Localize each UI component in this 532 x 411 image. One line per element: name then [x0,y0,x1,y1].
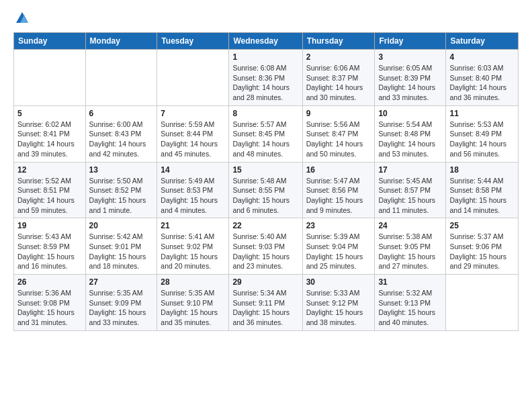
day-detail: Sunrise: 5:40 AM Sunset: 9:03 PM Dayligh… [232,232,298,271]
calendar-cell: 11Sunrise: 5:53 AM Sunset: 8:49 PM Dayli… [446,105,519,162]
day-number: 23 [306,221,371,230]
logo [13,11,30,24]
day-number: 9 [306,109,371,118]
day-detail: Sunrise: 5:48 AM Sunset: 8:55 PM Dayligh… [232,176,298,216]
day-detail: Sunrise: 5:38 AM Sunset: 9:05 PM Dayligh… [378,232,442,271]
calendar-cell: 16Sunrise: 5:47 AM Sunset: 8:56 PM Dayli… [302,162,375,218]
day-detail: Sunrise: 6:05 AM Sunset: 8:39 PM Dayligh… [378,63,442,103]
calendar-cell: 20Sunrise: 5:42 AM Sunset: 9:01 PM Dayli… [85,218,157,275]
calendar-cell: 2Sunrise: 6:06 AM Sunset: 8:37 PM Daylig… [302,50,375,106]
calendar-cell: 25Sunrise: 5:37 AM Sunset: 9:06 PM Dayli… [446,218,519,275]
calendar-cell: 24Sunrise: 5:38 AM Sunset: 9:05 PM Dayli… [375,218,446,275]
calendar-week-5: 26Sunrise: 5:36 AM Sunset: 9:08 PM Dayli… [14,275,519,331]
calendar-cell: 10Sunrise: 5:54 AM Sunset: 8:48 PM Dayli… [375,105,446,162]
page: SundayMondayTuesdayWednesdayThursdayFrid… [0,0,532,342]
calendar-cell [85,50,157,106]
header-friday: Friday [375,33,446,50]
day-detail: Sunrise: 5:54 AM Sunset: 8:48 PM Dayligh… [378,120,442,159]
day-detail: Sunrise: 5:39 AM Sunset: 9:04 PM Dayligh… [306,232,371,271]
day-detail: Sunrise: 5:32 AM Sunset: 9:13 PM Dayligh… [378,288,442,328]
header-wednesday: Wednesday [229,33,302,50]
calendar-cell: 22Sunrise: 5:40 AM Sunset: 9:03 PM Dayli… [229,218,302,275]
calendar-cell: 17Sunrise: 5:45 AM Sunset: 8:57 PM Dayli… [375,162,446,218]
header-saturday: Saturday [446,33,519,50]
calendar-cell [446,275,519,331]
day-detail: Sunrise: 5:35 AM Sunset: 9:09 PM Dayligh… [89,288,154,328]
day-number: 22 [232,221,298,230]
calendar-cell [14,50,86,106]
header-sunday: Sunday [14,33,86,50]
calendar-cell: 9Sunrise: 5:56 AM Sunset: 8:47 PM Daylig… [302,105,375,162]
day-number: 11 [449,109,515,118]
day-number: 30 [306,277,371,287]
day-number: 24 [378,221,442,230]
day-detail: Sunrise: 5:45 AM Sunset: 8:57 PM Dayligh… [378,176,442,216]
calendar-cell: 18Sunrise: 5:44 AM Sunset: 8:58 PM Dayli… [446,162,519,218]
day-detail: Sunrise: 5:35 AM Sunset: 9:10 PM Dayligh… [161,288,225,328]
header [13,11,519,24]
day-detail: Sunrise: 5:47 AM Sunset: 8:56 PM Dayligh… [306,176,371,216]
day-detail: Sunrise: 5:33 AM Sunset: 9:12 PM Dayligh… [306,288,371,328]
calendar-cell: 5Sunrise: 6:02 AM Sunset: 8:41 PM Daylig… [14,105,86,162]
day-detail: Sunrise: 5:43 AM Sunset: 8:59 PM Dayligh… [17,232,82,271]
day-detail: Sunrise: 5:52 AM Sunset: 8:51 PM Dayligh… [17,176,82,216]
calendar-cell: 3Sunrise: 6:05 AM Sunset: 8:39 PM Daylig… [375,50,446,106]
calendar-cell: 21Sunrise: 5:41 AM Sunset: 9:02 PM Dayli… [157,218,229,275]
calendar-cell: 4Sunrise: 6:03 AM Sunset: 8:40 PM Daylig… [446,50,519,106]
day-number: 8 [232,109,298,118]
day-number: 25 [449,221,515,230]
day-number: 21 [161,221,225,230]
calendar-cell: 13Sunrise: 5:50 AM Sunset: 8:52 PM Dayli… [85,162,157,218]
header-monday: Monday [85,33,157,50]
calendar-week-4: 19Sunrise: 5:43 AM Sunset: 8:59 PM Dayli… [14,218,519,275]
logo-icon [15,11,30,26]
calendar-cell: 30Sunrise: 5:33 AM Sunset: 9:12 PM Dayli… [302,275,375,331]
calendar-cell: 7Sunrise: 5:59 AM Sunset: 8:44 PM Daylig… [157,105,229,162]
day-detail: Sunrise: 6:08 AM Sunset: 8:36 PM Dayligh… [232,63,298,103]
day-number: 26 [17,277,82,287]
day-number: 29 [232,277,298,287]
day-number: 2 [306,52,371,62]
day-number: 10 [378,109,442,118]
day-detail: Sunrise: 5:34 AM Sunset: 9:11 PM Dayligh… [232,288,298,328]
header-thursday: Thursday [302,33,375,50]
day-number: 6 [89,109,154,118]
day-detail: Sunrise: 5:57 AM Sunset: 8:45 PM Dayligh… [232,120,298,159]
calendar-cell: 26Sunrise: 5:36 AM Sunset: 9:08 PM Dayli… [14,275,86,331]
day-number: 14 [161,165,225,175]
day-number: 1 [232,52,298,62]
day-number: 12 [17,165,82,175]
day-detail: Sunrise: 6:00 AM Sunset: 8:43 PM Dayligh… [89,120,154,159]
day-detail: Sunrise: 6:06 AM Sunset: 8:37 PM Dayligh… [306,63,371,103]
calendar-cell: 28Sunrise: 5:35 AM Sunset: 9:10 PM Dayli… [157,275,229,331]
day-number: 28 [161,277,225,287]
calendar-cell: 12Sunrise: 5:52 AM Sunset: 8:51 PM Dayli… [14,162,86,218]
calendar-cell [157,50,229,106]
day-detail: Sunrise: 5:59 AM Sunset: 8:44 PM Dayligh… [161,120,225,159]
day-detail: Sunrise: 6:03 AM Sunset: 8:40 PM Dayligh… [449,63,515,103]
calendar-table: SundayMondayTuesdayWednesdayThursdayFrid… [13,32,519,331]
calendar-cell: 15Sunrise: 5:48 AM Sunset: 8:55 PM Dayli… [229,162,302,218]
calendar-cell: 23Sunrise: 5:39 AM Sunset: 9:04 PM Dayli… [302,218,375,275]
day-detail: Sunrise: 5:56 AM Sunset: 8:47 PM Dayligh… [306,120,371,159]
calendar-cell: 1Sunrise: 6:08 AM Sunset: 8:36 PM Daylig… [229,50,302,106]
calendar-cell: 6Sunrise: 6:00 AM Sunset: 8:43 PM Daylig… [85,105,157,162]
calendar-cell: 31Sunrise: 5:32 AM Sunset: 9:13 PM Dayli… [375,275,446,331]
day-number: 4 [449,52,515,62]
day-number: 19 [17,221,82,230]
day-detail: Sunrise: 5:49 AM Sunset: 8:53 PM Dayligh… [161,176,225,216]
day-number: 20 [89,221,154,230]
day-detail: Sunrise: 5:53 AM Sunset: 8:49 PM Dayligh… [449,120,515,159]
day-detail: Sunrise: 5:36 AM Sunset: 9:08 PM Dayligh… [17,288,82,328]
header-tuesday: Tuesday [157,33,229,50]
calendar-cell: 8Sunrise: 5:57 AM Sunset: 8:45 PM Daylig… [229,105,302,162]
day-number: 27 [89,277,154,287]
day-number: 31 [378,277,442,287]
day-detail: Sunrise: 5:42 AM Sunset: 9:01 PM Dayligh… [89,232,154,271]
day-number: 7 [161,109,225,118]
day-number: 13 [89,165,154,175]
day-number: 5 [17,109,82,118]
calendar-header-row: SundayMondayTuesdayWednesdayThursdayFrid… [14,33,519,50]
day-detail: Sunrise: 5:44 AM Sunset: 8:58 PM Dayligh… [449,176,515,216]
day-number: 15 [232,165,298,175]
